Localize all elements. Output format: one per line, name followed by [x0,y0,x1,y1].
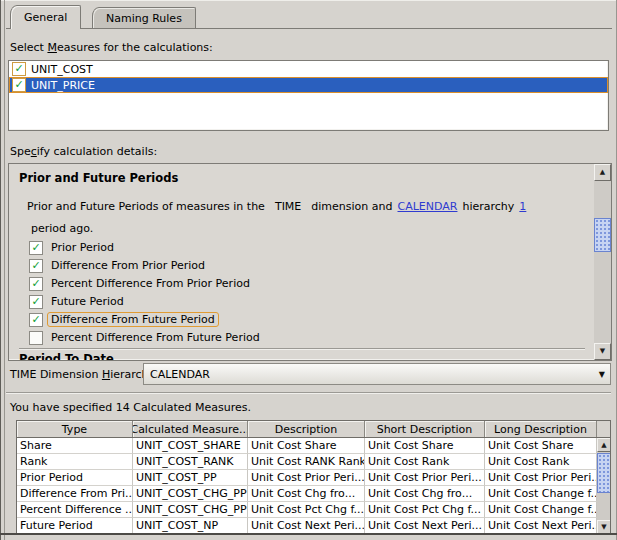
option-label: Percent Difference From Future Period [48,331,263,344]
column-header-calculated-measure[interactable]: Calculated Measure... [133,421,248,437]
check-icon: ✓ [31,297,40,307]
scroll-down-arrow-icon[interactable]: ▼ [594,343,611,360]
checkbox-unchecked-icon[interactable]: ✓ [29,331,43,345]
checkbox-checked-icon[interactable]: ✓ [29,259,43,273]
select-measures-label: Select Measures for the calculations: [10,41,213,54]
option-percent-difference-from-future-period[interactable]: ✓ Percent Difference From Future Period [29,330,263,345]
tab-naming-rules[interactable]: Naming Rules [92,7,196,28]
cell-description: Unit Cost Share [248,438,365,454]
option-prior-period[interactable]: ✓ Prior Period [29,240,117,255]
window-border-left [0,0,1,540]
cell-description: Unit Cost Pct Chg f... [248,502,365,518]
table-row[interactable]: Share UNIT_COST_SHARE Unit Cost Share Un… [17,438,610,454]
table-row[interactable]: Percent Difference ... UNIT_COST_CHG_PP … [17,502,610,518]
cell-long-description: Unit Cost Prior Peri... [485,470,597,486]
period-to-date-title: Period To Date [19,352,114,361]
tab-general[interactable]: General [10,5,81,29]
cell-long-description: Unit Cost Change f... [485,486,597,502]
check-icon: ✓ [31,261,40,271]
measures-list: ✓ UNIT_COST ✓ UNIT_PRICE [8,60,609,131]
chevron-down-icon[interactable]: ▼ [599,370,605,379]
scroll-up-arrow-icon[interactable]: ▲ [597,438,611,452]
cell-description: Unit Cost RANK Rank [248,454,365,470]
check-icon: ✓ [31,279,40,289]
calculation-wizard-window: General Naming Rules Select Measures for… [0,0,617,540]
check-icon: ✓ [31,243,40,253]
periods-ago-link[interactable]: 1 [519,200,526,213]
specify-details-label: Specify calculation details: [10,145,157,158]
calendar-hierarchy-link[interactable]: CALENDAR [398,200,458,213]
scrollbar-thumb[interactable] [594,218,611,252]
tab-bar: General Naming Rules [6,5,612,29]
scroll-up-arrow-icon[interactable]: ▲ [594,164,611,181]
tab-baseline [6,28,612,29]
check-icon: ✓ [14,64,23,74]
option-difference-from-prior-period[interactable]: ✓ Difference From Prior Period [29,258,208,273]
cell-description: Unit Cost Next Peri... [248,518,365,534]
prior-future-periods-title: Prior and Future Periods [19,171,178,185]
checkbox-checked-icon[interactable]: ✓ [12,62,26,76]
check-icon: ✓ [31,315,40,325]
checkbox-checked-icon[interactable]: ✓ [29,241,43,255]
cell-type: Future Period [17,518,133,534]
check-icon: ✓ [31,333,40,343]
table-row[interactable]: Difference From Pri... UNIT_COST_CHG_PP … [17,486,610,502]
column-header-type[interactable]: Type [17,421,133,437]
column-header-description[interactable]: Description [248,421,365,437]
measure-row-unit-price[interactable]: ✓ UNIT_PRICE [9,77,608,93]
option-percent-difference-from-prior-period[interactable]: ✓ Percent Difference From Prior Period [29,276,253,291]
cell-short-description: Unit Cost Share [365,438,485,454]
table-row[interactable]: Future Period UNIT_COST_NP Unit Cost Nex… [17,518,610,534]
calculated-measures-table: Type Calculated Measure... Description S… [16,420,611,534]
hierarchy-dropdown-value: CALENDAR [150,368,210,381]
checkbox-checked-icon[interactable]: ✓ [29,295,43,309]
check-icon: ✓ [14,80,23,90]
cell-long-description: Unit Cost Next Peri... [485,518,597,534]
column-header-short-description[interactable]: Short Description [365,421,485,437]
cell-type: Share [17,438,133,454]
table-row[interactable]: Rank UNIT_COST_RANK Unit Cost RANK Rank … [17,454,610,470]
section-separator [19,348,585,349]
cell-type: Percent Difference ... [17,502,133,518]
measure-row-unit-cost[interactable]: ✓ UNIT_COST [9,61,608,77]
time-dimension-hierarchy-label: TIME Dimension Hierarchy: [10,368,158,381]
option-label: Difference From Future Period [48,313,218,326]
prior-future-intro-line1: Prior and Future Periods of measures in … [27,200,531,213]
checkbox-checked-icon[interactable]: ✓ [29,313,43,327]
table-row[interactable]: Prior Period UNIT_COST_PP Unit Cost Prio… [17,470,610,486]
cell-short-description: Unit Cost Pct Chg f... [365,502,485,518]
cell-calculated-measure: UNIT_COST_SHARE [133,438,248,454]
column-header-long-description[interactable]: Long Description [485,421,597,437]
prior-future-intro-line2: period ago. [31,222,93,235]
cell-calculated-measure: UNIT_COST_CHG_PP [133,502,248,518]
cell-long-description: Unit Cost Share [485,438,597,454]
details-scrollbar[interactable]: ▲ ▼ [594,164,611,360]
cell-calculated-measure: UNIT_COST_CHG_PP [133,486,248,502]
cell-type: Prior Period [17,470,133,486]
scroll-down-arrow-icon[interactable]: ▼ [597,520,611,534]
checkbox-checked-icon[interactable]: ✓ [12,78,26,92]
window-bottom-edge [0,533,617,535]
cell-type: Rank [17,454,133,470]
measure-label: UNIT_PRICE [31,79,95,92]
cell-type: Difference From Pri... [17,486,133,502]
option-label: Prior Period [48,241,117,254]
cell-calculated-measure: UNIT_COST_PP [133,470,248,486]
cell-calculated-measure: UNIT_COST_NP [133,518,248,534]
cell-calculated-measure: UNIT_COST_RANK [133,454,248,470]
option-future-period[interactable]: ✓ Future Period [29,294,127,309]
cell-description: Unit Cost Prior Peri... [248,470,365,486]
tab-general-label: General [24,11,67,24]
calculation-details-pane: Prior and Future Periods Prior and Futur… [8,163,612,361]
cell-short-description: Unit Cost Rank [365,454,485,470]
hierarchy-dropdown[interactable]: CALENDAR ▼ [143,363,611,385]
checkbox-checked-icon[interactable]: ✓ [29,277,43,291]
cell-long-description: Unit Cost Rank [485,454,597,470]
window-border-top [0,0,617,1]
table-scrollbar[interactable]: ▲ ▼ [597,438,611,534]
option-label: Difference From Prior Period [48,259,208,272]
option-difference-from-future-period[interactable]: ✓ Difference From Future Period [29,312,218,327]
scrollbar-thumb[interactable] [597,453,611,493]
option-label: Future Period [48,295,127,308]
cell-description: Unit Cost Chg fro... [248,486,365,502]
